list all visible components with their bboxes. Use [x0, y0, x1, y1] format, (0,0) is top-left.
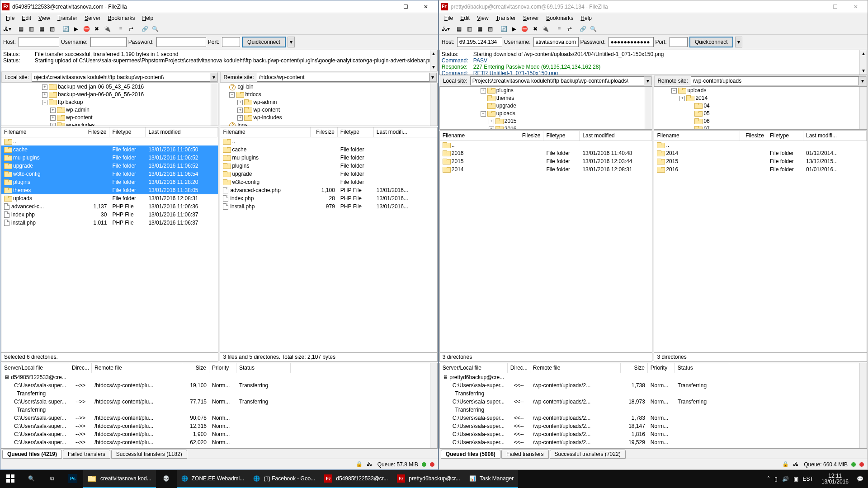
menu-item-server[interactable]: Server [519, 14, 542, 22]
column-header[interactable]: Filesize [516, 131, 543, 141]
tree-node[interactable]: +2015 [440, 117, 652, 125]
queue-row[interactable]: C:\Users\sala-super...<<--/wp-content/up… [440, 430, 867, 438]
search-button[interactable]: 🔍 [21, 470, 42, 488]
maximize-button[interactable]: ☐ [396, 0, 416, 13]
file-row[interactable]: install.php979PHP File13/01/2016... [220, 202, 437, 211]
file-row[interactable]: w3tc-configFile folder13/01/2016 11:06:5… [1, 170, 218, 178]
taskbar-explorer[interactable]: creativitasnova kod... [83, 470, 156, 488]
file-row[interactable]: advanced-cache.php1,100PHP File13/01/201… [220, 186, 437, 194]
menu-item-edit[interactable]: Edit [457, 14, 473, 22]
close-button[interactable]: ✕ [845, 0, 866, 13]
file-row[interactable]: 2015File folder13/12/2015... [654, 157, 867, 165]
column-header[interactable]: Last modifi... [803, 131, 867, 141]
tray-chevron-icon[interactable]: ˄ [767, 476, 770, 482]
queue-row[interactable]: C:\Users\sala-super...<<--/wp-content/up… [440, 422, 867, 430]
column-header[interactable]: Filesize [740, 131, 767, 141]
queue-tab[interactable]: Queued files (5008) [441, 450, 500, 459]
taskbar-skull[interactable]: 💀 [156, 470, 177, 488]
cancel-icon[interactable]: ⛔ [520, 24, 530, 34]
remote-site-input[interactable] [691, 76, 859, 85]
expand-icon[interactable]: + [50, 123, 56, 127]
menu-item-file[interactable]: File [441, 14, 457, 22]
menu-item-transfer[interactable]: Transfer [492, 14, 519, 22]
maximize-button[interactable]: ☐ [825, 0, 845, 13]
username-input[interactable] [90, 37, 127, 47]
file-row[interactable]: cacheFile folder13/01/2016 11:06:50 [1, 145, 218, 154]
expand-icon[interactable]: − [229, 92, 235, 98]
file-row[interactable]: mu-pluginsFile folder [220, 154, 437, 162]
column-header[interactable]: Last modified [580, 131, 652, 141]
file-row[interactable]: 2016File folder01/01/2016... [654, 165, 867, 174]
expand-icon[interactable]: + [481, 88, 486, 94]
queue-row[interactable]: C:\Users\sala-super...<<--/wp-content/up… [440, 446, 867, 449]
tree-node[interactable]: 06 [654, 117, 867, 125]
menu-item-view[interactable]: View [473, 14, 492, 22]
queue-tab[interactable]: Failed transfers [63, 450, 110, 459]
tree-node[interactable]: +wp-admin [220, 99, 437, 106]
tray-clock[interactable]: 12:11 13/01/2016 [818, 473, 852, 485]
menu-item-edit[interactable]: Edit [18, 14, 35, 22]
queue-row[interactable]: C:\Users\sala-super...-->>/htdocs/wp-con… [1, 381, 437, 389]
refresh-icon[interactable]: 🔄 [61, 24, 71, 34]
file-row[interactable]: uploadsFile folder13/01/2016 12:08:31 [1, 194, 218, 202]
local-site-input[interactable] [470, 76, 645, 85]
expand-icon[interactable]: − [42, 100, 47, 105]
process-queue-icon[interactable]: ▶ [509, 24, 519, 34]
username-input[interactable] [533, 37, 579, 47]
tray-battery-icon[interactable]: ▯ [774, 476, 778, 482]
menu-item-help[interactable]: Help [139, 14, 157, 22]
queue-row[interactable]: C:\Users\sala-super...<<--/wp-content/up… [440, 398, 867, 406]
reconnect-icon[interactable]: 🔌 [541, 24, 551, 34]
message-log[interactable]: Status:Starting download of /wp-content/… [439, 50, 867, 75]
column-header[interactable]: Filetype [109, 127, 146, 137]
queue-row[interactable]: C:\Users\sala-super...-->>/htdocs/wp-con… [1, 438, 437, 446]
file-row[interactable]: pluginsFile folder13/01/2016 11:28:20 [1, 178, 218, 186]
file-row[interactable]: .. [220, 137, 437, 145]
queue-tab[interactable]: Successful transfers (1182) [111, 450, 187, 459]
queue-host-row[interactable]: 🖥 d54985f122533@cre... [1, 373, 437, 381]
file-row[interactable]: .. [1, 137, 218, 145]
expand-icon[interactable]: + [237, 108, 243, 113]
expand-icon[interactable]: + [237, 115, 243, 121]
file-row[interactable]: advanced-c...1,137PHP File13/01/2016 11:… [1, 202, 218, 211]
column-header[interactable]: Remote file [92, 363, 182, 373]
column-header[interactable]: Filename [220, 127, 310, 137]
disconnect-icon[interactable]: ✖ [92, 24, 102, 34]
tray-language[interactable]: EST [803, 476, 813, 482]
expand-icon[interactable]: + [679, 96, 685, 101]
toggle-log-icon[interactable]: ▤ [16, 24, 26, 34]
file-row[interactable]: themesFile folder13/01/2016 11:38:05 [1, 186, 218, 194]
file-row[interactable]: w3tc-configFile folder [220, 178, 437, 186]
disconnect-icon[interactable]: ✖ [530, 24, 540, 34]
file-row[interactable]: mu-pluginsFile folder13/01/2016 11:06:52 [1, 154, 218, 162]
tree-node[interactable]: +backup-wed-jan-06-06_06_56-2016 [1, 91, 218, 99]
queue-tab[interactable]: Successful transfers (7022) [550, 450, 626, 459]
expand-icon[interactable]: + [42, 92, 47, 98]
file-row[interactable]: index.php30PHP File13/01/2016 11:06:37 [1, 211, 218, 219]
menu-item-file[interactable]: File [2, 14, 18, 22]
toggle-local-tree-icon[interactable]: ▥ [465, 24, 475, 34]
local-file-list[interactable]: FilenameFilesizeFiletypeLast modified ..… [1, 127, 218, 353]
tree-node[interactable]: −htdocs [220, 91, 437, 99]
close-button[interactable]: ✕ [416, 0, 436, 13]
taskbar-chrome-1[interactable]: 🌐ZONE.EE Webadmi... [177, 470, 249, 488]
remote-tree[interactable]: ?cgi-bin−htdocs+wp-admin+wp-content+wp-i… [220, 83, 437, 126]
column-header[interactable]: Priority [648, 363, 675, 373]
remote-file-list[interactable]: FilenameFilesizeFiletypeLast modifi... .… [654, 131, 867, 353]
quickconnect-button[interactable]: Quickconnect [242, 37, 286, 47]
titlebar[interactable]: Fz d54985f122533@creativitasnova.com - F… [0, 0, 438, 13]
taskbar-filezilla-1[interactable]: Fzd54985f122533@cr... [320, 470, 392, 488]
column-header[interactable]: Size [182, 363, 209, 373]
tree-node[interactable]: +wp-includes [1, 122, 218, 126]
column-header[interactable]: Filetype [767, 131, 803, 141]
expand-icon[interactable]: − [671, 88, 677, 94]
port-input[interactable] [222, 37, 240, 47]
menu-item-server[interactable]: Server [81, 14, 104, 22]
compare-icon[interactable]: ⇄ [126, 24, 136, 34]
column-header[interactable]: Last modifi... [374, 127, 437, 137]
tree-node[interactable]: +2016 [440, 125, 652, 130]
tray-notifications-icon[interactable]: 💬 [857, 476, 863, 482]
tree-node[interactable]: 04 [654, 102, 867, 110]
transfer-queue[interactable]: Server/Local fileDirec...Remote fileSize… [439, 363, 867, 449]
tree-node[interactable]: −ftp backup [1, 99, 218, 106]
